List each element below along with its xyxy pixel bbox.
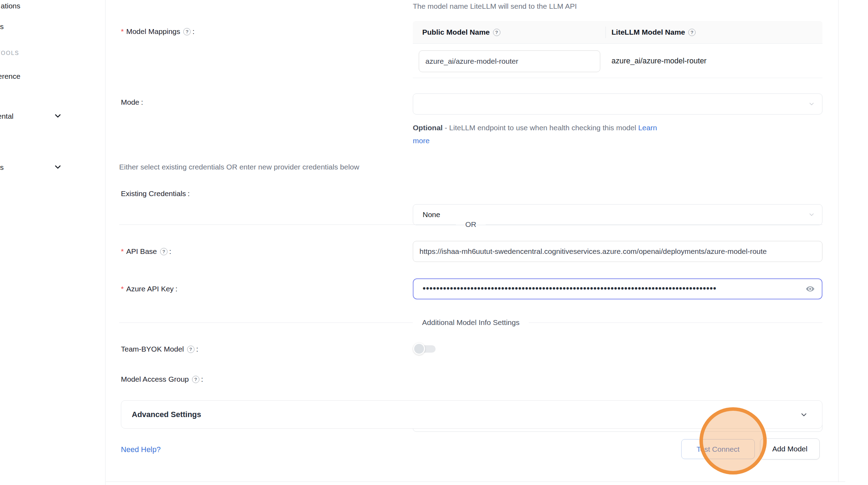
advanced-settings-panel[interactable]: Advanced Settings xyxy=(121,400,822,429)
chevron-down-icon xyxy=(800,410,808,419)
mode-help-text: Optional - LiteLLM endpoint to use when … xyxy=(413,121,657,147)
required-mark: * xyxy=(121,247,124,256)
sidebar-item-experimental[interactable]: ental xyxy=(0,112,14,120)
sidebar: ations s TOOLS erence ental s xyxy=(0,0,105,485)
api-base-label: * API Base ? : xyxy=(121,247,171,256)
advanced-settings-title: Advanced Settings xyxy=(132,410,201,419)
mode-label: Mode : xyxy=(121,98,143,106)
credentials-note: Either select existing credentials OR en… xyxy=(119,163,359,171)
model-mappings-table-row: azure_ai/azure-model-router azure_ai/azu… xyxy=(413,44,822,78)
help-icon[interactable]: ? xyxy=(183,28,191,35)
need-help-link[interactable]: Need Help? xyxy=(121,445,161,454)
chevron-down-icon xyxy=(53,162,62,172)
required-mark: * xyxy=(121,27,124,36)
help-icon[interactable]: ? xyxy=(192,376,199,383)
card-right-border xyxy=(838,0,839,482)
required-mark: * xyxy=(121,285,124,293)
card-bottom-border xyxy=(106,481,845,482)
sidebar-item-label: ental xyxy=(0,112,14,120)
learn-more-link[interactable]: more xyxy=(413,137,430,145)
learn-more-link[interactable]: Learn xyxy=(638,124,657,132)
azure-api-key-label: * Azure API Key : xyxy=(121,285,177,293)
chevron-down-icon xyxy=(53,111,62,120)
sidebar-item-keys[interactable]: s xyxy=(0,22,4,31)
model-mappings-label: * Model Mappings ? : xyxy=(121,27,194,36)
model-mappings-table-header: Public Model Name ? LiteLLM Model Name ? xyxy=(413,21,822,44)
toggle-knob xyxy=(413,343,425,355)
sidebar-item-label: s xyxy=(0,22,4,31)
mode-select[interactable] xyxy=(413,93,822,115)
help-icon[interactable]: ? xyxy=(187,346,194,353)
public-model-name-input[interactable]: azure_ai/azure-model-router xyxy=(419,50,600,72)
sidebar-item-organizations[interactable]: ations xyxy=(1,2,20,10)
sidebar-item-label: s xyxy=(0,163,4,172)
eye-icon[interactable] xyxy=(805,285,815,293)
chevron-down-icon xyxy=(808,101,815,108)
sidebar-item-inference[interactable]: erence xyxy=(0,72,20,81)
existing-credentials-value: None xyxy=(423,210,440,219)
sidebar-section-tools: TOOLS xyxy=(0,50,19,56)
column-separator xyxy=(606,27,606,38)
or-divider: OR xyxy=(119,220,822,229)
masked-password-value: ••••••••••••••••••••••••••••••••••••••••… xyxy=(423,283,717,293)
api-base-input[interactable]: https://ishaa-mh6uutut-swedencentral.cog… xyxy=(413,241,822,262)
sidebar-item-label: erence xyxy=(0,72,20,81)
sidebar-item-label: ations xyxy=(1,2,20,10)
help-icon[interactable]: ? xyxy=(688,29,696,36)
model-name-help-text: The model name LiteLLM will send to the … xyxy=(413,2,577,11)
team-byok-toggle[interactable] xyxy=(414,342,437,355)
or-divider-text: OR xyxy=(465,220,477,229)
model-mappings-table: Public Model Name ? LiteLLM Model Name ?… xyxy=(413,21,822,78)
model-access-group-label: Model Access Group ? : xyxy=(121,375,203,383)
add-model-button[interactable]: Add Model xyxy=(760,438,820,459)
azure-api-key-input[interactable]: ••••••••••••••••••••••••••••••••••••••••… xyxy=(413,278,822,299)
public-model-name-header: Public Model Name ? xyxy=(413,28,606,36)
litellm-model-name-value: azure_ai/azure-model-router xyxy=(611,56,706,65)
additional-info-divider: Additional Model Info Settings xyxy=(119,318,822,327)
team-byok-label: Team-BYOK Model ? : xyxy=(121,345,198,353)
test-connect-button[interactable]: Test Connect xyxy=(681,439,755,459)
help-icon[interactable]: ? xyxy=(160,248,168,255)
sidebar-item-settings[interactable]: s xyxy=(0,163,4,172)
litellm-model-name-header: LiteLLM Model Name ? xyxy=(606,28,696,36)
existing-credentials-label: Existing Credentials : xyxy=(121,189,190,198)
additional-info-divider-text: Additional Model Info Settings xyxy=(422,318,520,327)
add-model-page: ations s TOOLS erence ental s The model … xyxy=(0,0,868,485)
help-icon[interactable]: ? xyxy=(493,29,500,36)
chevron-down-icon xyxy=(808,211,815,218)
